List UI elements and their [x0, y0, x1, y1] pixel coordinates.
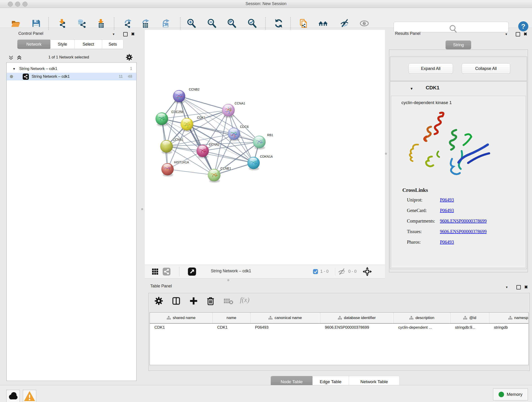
- results-panel-collapse-icon[interactable]: ▾: [505, 32, 507, 36]
- column-header-description[interactable]: description: [394, 313, 450, 323]
- control-panel-close-icon[interactable]: ✖: [131, 32, 135, 37]
- vertical-splitter-handle[interactable]: [385, 153, 387, 155]
- hidden-count: 0 - 0: [348, 269, 356, 274]
- grid-view-icon[interactable]: [151, 268, 159, 275]
- warnings-button[interactable]: [23, 390, 36, 402]
- birdseye-navigator-icon[interactable]: [362, 267, 372, 276]
- open-session-button[interactable]: [11, 19, 20, 28]
- import-network-from-database-button[interactable]: [77, 19, 87, 28]
- column-header-database-identifier[interactable]: database identifier: [320, 313, 394, 323]
- show-hidden-button[interactable]: [360, 19, 369, 28]
- gene-collapse-icon[interactable]: ▼: [410, 87, 413, 90]
- column-header-namespace[interactable]: namespace: [489, 313, 529, 323]
- network-node-CDC25B[interactable]: CDC25B: [156, 110, 184, 126]
- network-edge[interactable]: [203, 151, 254, 163]
- vertical-splitter-handle[interactable]: [141, 208, 143, 210]
- control-panel-float-icon[interactable]: [123, 32, 128, 36]
- search-input[interactable]: [394, 22, 509, 32]
- open-in-window-icon[interactable]: [187, 267, 196, 276]
- tab-string[interactable]: String: [445, 40, 471, 50]
- network-edge[interactable]: [167, 169, 214, 175]
- node-label-CDC6: CDC6: [240, 125, 249, 128]
- save-session-button[interactable]: [32, 19, 41, 28]
- export-image-button[interactable]: [161, 19, 170, 28]
- network-canvas[interactable]: CCNB2CCNA1CDC25BCDK1CDC6RB1CCNB1CCNA2CDK…: [145, 30, 385, 265]
- table-panel-float-icon[interactable]: [516, 285, 521, 289]
- string-badge-gray-icon[interactable]: [162, 267, 171, 276]
- memory-button[interactable]: Memory: [493, 389, 528, 400]
- column-header-shared-name[interactable]: shared name: [150, 313, 213, 323]
- table-cell[interactable]: P06493: [250, 324, 320, 332]
- column-header-name[interactable]: name: [213, 313, 250, 323]
- zoom-in-button[interactable]: [187, 19, 196, 28]
- column-header--id[interactable]: @id: [450, 313, 489, 323]
- network-panel-gear-icon[interactable]: [126, 54, 133, 61]
- results-panel-float-icon[interactable]: [516, 32, 520, 36]
- tab-network[interactable]: Network: [17, 39, 51, 49]
- control-panel-collapse-icon[interactable]: ▾: [113, 32, 114, 36]
- crosslink-uniprot-link[interactable]: P06493: [440, 197, 454, 203]
- hide-selected-button[interactable]: [340, 19, 349, 28]
- network-node-HIST1H1A[interactable]: HIST1H1A: [161, 161, 189, 177]
- table-cell[interactable]: CDK1: [150, 324, 213, 332]
- network-row-selected[interactable]: String Network – cdk1 11 48: [7, 73, 136, 80]
- table-panel-collapse-icon[interactable]: ▾: [506, 285, 508, 289]
- table-cell[interactable]: stringdb:9...: [450, 324, 489, 332]
- cloud-status-button[interactable]: [6, 390, 20, 402]
- delete-column-icon[interactable]: [206, 296, 215, 306]
- refresh-button[interactable]: [274, 19, 283, 28]
- network-node-RB1[interactable]: RB1: [253, 133, 273, 149]
- show-columns-icon[interactable]: [172, 296, 181, 306]
- tree-hierarchy-icon: [508, 316, 512, 320]
- collection-expand-icon[interactable]: ▼: [13, 67, 16, 70]
- crosslink-genecard-link[interactable]: P06493: [440, 208, 454, 213]
- horizontal-splitter-handle[interactable]: [227, 279, 229, 281]
- chevron-double-up-icon[interactable]: [17, 55, 22, 61]
- expand-all-button[interactable]: Expand All: [409, 63, 453, 74]
- column-header-canonical-name[interactable]: canonical name: [250, 313, 320, 323]
- export-table-button[interactable]: [140, 19, 150, 28]
- selected-checkbox-icon[interactable]: [313, 269, 318, 274]
- clone-network-button[interactable]: [299, 19, 309, 28]
- crosslink-compartments-link[interactable]: 9606.ENSP00000378699: [440, 218, 487, 224]
- tab-select[interactable]: Select: [75, 40, 102, 49]
- network-collection-row[interactable]: ▼ String Network – cdk1 1: [7, 65, 136, 73]
- collapse-all-button[interactable]: Collapse All: [462, 63, 510, 74]
- network-node-CDKN1A[interactable]: CDKN1A: [247, 155, 273, 170]
- network-edge[interactable]: [167, 146, 254, 163]
- table-cell[interactable]: 9606.ENSP00000378699: [320, 324, 394, 332]
- gene-description: cyclin-dependent kinase 1: [401, 100, 452, 105]
- crosslink-tissues-link[interactable]: 9606.ENSP00000378699: [440, 229, 487, 234]
- table-row[interactable]: CDK1CDK1P064939606.ENSP00000378699cyclin…: [150, 324, 529, 332]
- table-cell[interactable]: cyclin-dependent ...: [394, 324, 450, 332]
- table-panel-close-icon[interactable]: ✖: [524, 284, 528, 290]
- table-panel-title: Table Panel: [150, 284, 172, 288]
- network-node-CCNA1[interactable]: CCNA1: [222, 102, 245, 118]
- hidden-eye-icon[interactable]: [338, 268, 346, 275]
- tab-style[interactable]: Style: [51, 40, 75, 49]
- tab-sets[interactable]: Sets: [102, 40, 123, 49]
- crosslink-pharos-link[interactable]: P06493: [440, 240, 454, 245]
- network-edge[interactable]: [179, 96, 259, 142]
- import-table-button[interactable]: [96, 19, 106, 28]
- title-bar: Session: New Session: [0, 0, 532, 8]
- table-cell[interactable]: stringdb: [489, 324, 529, 332]
- zoom-fit-content-button[interactable]: [227, 19, 237, 28]
- chevron-double-down-icon[interactable]: [8, 55, 14, 61]
- node-label-CCNA1: CCNA1: [234, 102, 245, 105]
- network-edge[interactable]: [179, 96, 228, 110]
- node-label-CCNB2: CCNB2: [189, 88, 200, 91]
- help-button[interactable]: ?: [518, 21, 528, 32]
- import-network-button[interactable]: [57, 19, 67, 28]
- zoom-out-button[interactable]: [207, 19, 217, 28]
- add-column-icon[interactable]: [189, 296, 198, 306]
- table-gear-icon[interactable]: [154, 296, 163, 306]
- first-neighbors-button[interactable]: [318, 19, 328, 28]
- network-list: ▼ String Network – cdk1 1 String Network…: [6, 62, 137, 381]
- zoom-selected-button[interactable]: [247, 19, 257, 28]
- export-network-button[interactable]: [123, 19, 132, 28]
- results-panel-close-icon[interactable]: ✖: [524, 32, 527, 37]
- results-tab-bar: String: [445, 40, 471, 50]
- window-title: Session: New Session: [0, 1, 532, 6]
- table-cell[interactable]: CDK1: [213, 324, 250, 332]
